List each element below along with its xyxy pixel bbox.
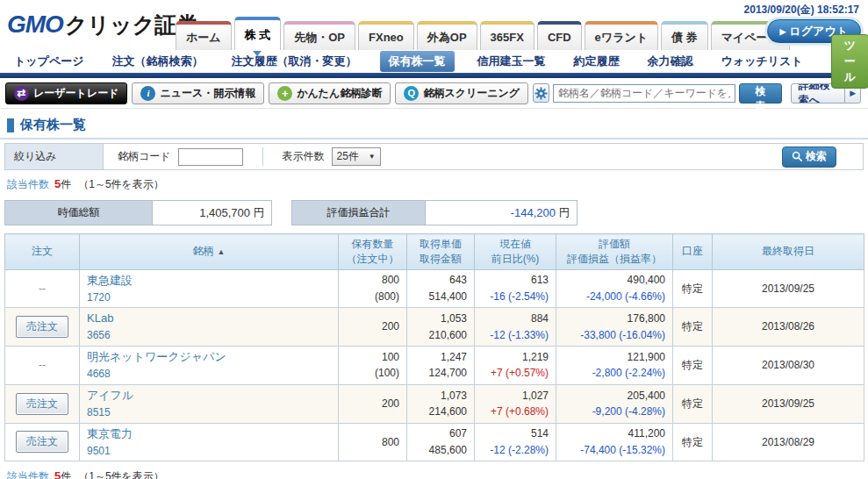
valuation-cell: 411,200 -74,400 (-15.32%) xyxy=(556,423,673,461)
main-tab[interactable]: ホーム xyxy=(176,21,232,50)
result-count-label: 該当件数 xyxy=(7,178,49,190)
quantity-on-order: (800) xyxy=(346,289,399,305)
last-acquired-date: 2013/08/26 xyxy=(713,308,864,347)
current-price: 613 xyxy=(482,272,549,289)
main-tab[interactable]: CFD xyxy=(537,21,582,50)
current-price: 1,027 xyxy=(482,388,549,404)
last-acquired-date: 2013/08/30 xyxy=(713,347,864,385)
title-marker xyxy=(7,118,14,132)
day-change: +7 (+0.68%) xyxy=(482,404,549,420)
table-row: -- 東急建設 1720 800 (800) 643 514,400 613 -… xyxy=(5,269,864,308)
diagnosis-icon: + xyxy=(277,86,292,101)
result-count-bottom: 該当件数5件（1～5件を表示） xyxy=(0,461,868,479)
stock-name-link[interactable]: アイフル xyxy=(87,387,331,404)
col-last-date: 最終取得日 xyxy=(713,234,864,270)
brand-logo[interactable]: GMOクリック証券 xyxy=(7,11,198,39)
stock-code: 1720 xyxy=(87,290,331,306)
market-value-box: 時価総額 1,405,700 円 xyxy=(4,200,272,225)
stock-name-link[interactable]: 東急建設 xyxy=(87,272,331,290)
subnav-item[interactable]: 余力確認 xyxy=(642,52,699,71)
subnav-item[interactable]: ウォッチリスト xyxy=(716,52,808,71)
main-tab-label: eワラント xyxy=(595,30,648,46)
market-value-label: 時価総額 xyxy=(5,201,153,225)
subnav-item[interactable]: 約定履歴 xyxy=(569,52,625,71)
symbol-search-input[interactable] xyxy=(553,84,735,103)
main-tab[interactable]: FXneo xyxy=(358,21,414,50)
stock-name-link[interactable]: KLab xyxy=(87,310,331,327)
subnav-item[interactable]: トップページ xyxy=(9,52,90,71)
market-value-unit: 円 xyxy=(254,205,264,220)
stock-name-link[interactable]: 東京電力 xyxy=(87,425,331,443)
sell-order-button[interactable]: 売注文 xyxy=(16,431,68,453)
acq-price-cell: 1,073 214,600 xyxy=(407,384,475,423)
diagnosis-button[interactable]: + かんたん銘柄診断 xyxy=(269,82,391,104)
display-count-select[interactable]: 25件 ▼ xyxy=(332,147,381,166)
subnav-item[interactable]: 注文履歴（取消・変更） xyxy=(226,52,362,71)
holdings-table-body: -- 東急建設 1720 800 (800) 643 514,400 613 -… xyxy=(5,269,864,461)
acq-amount: 514,400 xyxy=(414,289,467,305)
stock-code: 8515 xyxy=(87,404,331,421)
tool-button[interactable]: ツール xyxy=(831,34,868,89)
laser-trade-icon: ⇄ xyxy=(14,86,29,101)
valuation-pl: -33,800 (-16.04%) xyxy=(563,327,665,344)
stock-code-input[interactable] xyxy=(178,148,243,166)
search-settings-button[interactable] xyxy=(533,83,549,103)
main-tab[interactable]: 先物・OP xyxy=(283,21,355,50)
subnav-item[interactable]: 保有株一覧 xyxy=(380,51,455,72)
main-tab[interactable]: 株 式 xyxy=(234,17,282,50)
code-filter-label: 銘柄コード xyxy=(118,149,171,164)
quantity: 200 xyxy=(346,318,399,335)
search-magnifier-icon xyxy=(792,151,803,162)
display-count-value: 25件 xyxy=(337,149,359,164)
order-cell: -- xyxy=(5,269,80,308)
main-tab[interactable]: 外為OP xyxy=(417,21,477,50)
last-acquired-date: 2013/08/29 xyxy=(713,423,864,461)
current-cell: 1,219 +7 (+0.57%) xyxy=(475,347,556,385)
news-label: ニュース・開示情報 xyxy=(160,86,255,101)
market-value-amount: 1,405,700 xyxy=(199,206,250,219)
filter-search-button[interactable]: 検索 xyxy=(782,147,836,168)
table-row: 売注文 アイフル 8515 200 1,073 214,600 1,027 +7… xyxy=(5,384,864,423)
stock-cell: 明光ネットワークジャパン 4668 xyxy=(80,347,339,385)
unit-price: 643 xyxy=(414,272,467,289)
unit-price: 607 xyxy=(414,425,467,442)
col-current: 現在値前日比(%) xyxy=(475,234,556,270)
valuation-cell: 176,800 -33,800 (-16.04%) xyxy=(556,308,673,347)
current-price: 1,219 xyxy=(482,349,549,366)
subnav-item[interactable]: 注文（銘柄検索） xyxy=(107,52,209,71)
result-count-unit: 件 xyxy=(61,178,71,190)
symbol-search-button[interactable]: 検 索 xyxy=(739,83,782,104)
subnav-item[interactable]: 信用建玉一覧 xyxy=(472,52,551,71)
main-tab[interactable]: 365FX xyxy=(480,21,534,50)
filter-label: 絞り込み xyxy=(5,144,104,169)
select-arrow-icon: ▼ xyxy=(369,153,376,161)
stock-name-link[interactable]: 明光ネットワークジャパン xyxy=(87,348,331,366)
main-tab[interactable]: eワラント xyxy=(585,21,658,50)
col-stock-sortable[interactable]: 銘柄▲ xyxy=(80,234,339,270)
acq-amount: 214,600 xyxy=(414,404,467,420)
quantity-cell: 200 xyxy=(339,384,407,423)
logout-arrow-icon: ▶ xyxy=(780,27,786,36)
result-count-range: （1～5件を表示） xyxy=(78,470,164,479)
server-datetime: 2013/09/20(金) 18:52:17 xyxy=(744,3,859,18)
valuation: 176,800 xyxy=(563,311,665,327)
valuation-cell: 121,900 -2,800 (-2.24%) xyxy=(556,347,673,385)
stock-cell: KLab 3656 xyxy=(80,308,339,347)
order-cell: 売注文 xyxy=(5,384,80,423)
laser-trade-button[interactable]: ⇄ レーザートレード xyxy=(5,82,127,104)
sell-order-button[interactable]: 売注文 xyxy=(16,393,68,415)
filter-controls: 銘柄コード 表示件数 25件 ▼ xyxy=(104,144,381,169)
valuation: 490,400 xyxy=(563,272,665,289)
news-button[interactable]: i ニュース・開示情報 xyxy=(132,82,264,104)
screening-button[interactable]: Q 銘柄スクリーニング xyxy=(395,82,528,104)
day-change: -12 (-1.33%) xyxy=(482,327,549,344)
page-title: 保有株一覧 xyxy=(20,117,86,133)
total-pl-amount: -144,200 xyxy=(511,206,556,219)
main-tab[interactable]: 債 券 xyxy=(661,21,708,50)
sell-order-button[interactable]: 売注文 xyxy=(16,316,68,338)
result-count-label: 該当件数 xyxy=(7,470,49,479)
order-cell: 売注文 xyxy=(5,423,80,461)
filter-bar: 絞り込み 銘柄コード 表示件数 25件 ▼ 検索 xyxy=(4,143,864,170)
account-type: 特定 xyxy=(673,347,713,385)
valuation: 205,400 xyxy=(563,388,665,404)
